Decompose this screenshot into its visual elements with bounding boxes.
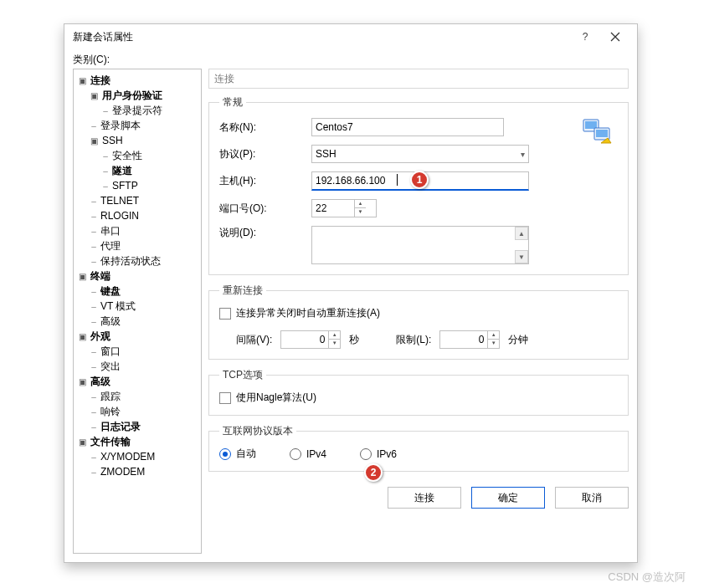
tree-ssh[interactable]: ▣SSH [89, 133, 199, 148]
cancel-button[interactable]: 取消 [555, 487, 629, 509]
leaf-icon: – [89, 227, 99, 236]
tree-xymodem[interactable]: –X/YMODEM [89, 449, 199, 464]
nagle-label: 使用Nagle算法(U) [236, 391, 316, 405]
port-spinner[interactable]: ▲ ▼ [311, 199, 377, 217]
auto-reconnect-checkbox[interactable]: 连接异常关闭时自动重新连接(A) [219, 306, 618, 320]
connect-button[interactable]: 连接 [388, 487, 461, 509]
label-desc: 说明(D): [219, 226, 311, 240]
tree-serial[interactable]: –串口 [89, 223, 199, 238]
tree-tunnel[interactable]: –隧道 [100, 163, 199, 178]
tree-advanced[interactable]: ▣高级 [77, 374, 199, 389]
help-button[interactable]: ? [570, 26, 600, 48]
leaf-icon: – [100, 166, 110, 176]
titlebar: 新建会话属性 ? [64, 24, 637, 49]
category-tree[interactable]: ▣连接 ▣用户身份验证 –登录提示符 –登录脚本 ▣SSH [73, 69, 202, 554]
window-title: 新建会话属性 [73, 30, 570, 44]
arrow-up-icon: ▲ [488, 331, 499, 340]
radio-ipv4[interactable]: IPv4 [290, 448, 326, 460]
tree-window[interactable]: –窗口 [89, 344, 199, 359]
label-interval: 间隔(V): [236, 333, 272, 347]
spinner-arrows[interactable]: ▲ ▼ [328, 331, 340, 348]
leaf-icon: – [89, 468, 99, 477]
protocol-select[interactable]: SSH ▾ [311, 145, 529, 163]
label-name: 名称(N): [219, 120, 311, 135]
collapse-icon: ▣ [77, 332, 87, 341]
arrow-down-icon: ▼ [355, 208, 366, 217]
port-input[interactable] [312, 200, 354, 217]
legend-tcp: TCP选项 [219, 368, 266, 382]
spinner-arrows[interactable]: ▲ ▼ [487, 331, 499, 348]
dialog-buttons: 2 连接 确定 取消 [208, 487, 629, 509]
tree-bell[interactable]: –响铃 [89, 404, 199, 419]
collapse-icon: ▣ [77, 76, 87, 85]
tree-advanced-term[interactable]: –高级 [89, 314, 199, 329]
interval-input[interactable] [281, 331, 328, 348]
collapse-icon: ▣ [89, 136, 99, 146]
leaf-icon: – [89, 407, 99, 417]
text-caret [397, 174, 398, 186]
tree-proxy[interactable]: –代理 [89, 238, 199, 253]
tree-login-prompt[interactable]: –登录提示符 [100, 103, 199, 118]
leaf-icon: – [89, 197, 99, 206]
tree-keyboard[interactable]: –键盘 [89, 284, 199, 299]
leaf-icon: – [89, 257, 99, 266]
tree-logging[interactable]: –日志记录 [89, 419, 199, 434]
tree-keepalive[interactable]: –保持活动状态 [89, 253, 199, 268]
tree-login-script[interactable]: –登录脚本 [89, 118, 199, 133]
tree-terminal[interactable]: ▣终端 [77, 268, 199, 284]
tree-connection[interactable]: ▣连接 [77, 73, 199, 88]
group-ipversion: 互联网协议版本 自动 IPv4 IPv6 [208, 424, 629, 472]
close-button[interactable] [600, 26, 630, 48]
tree-security[interactable]: –安全性 [100, 148, 199, 163]
scroll-up-icon[interactable]: ▲ [515, 227, 528, 240]
tree-rlogin[interactable]: –RLOGIN [89, 208, 199, 223]
scroll-down-icon[interactable]: ▼ [515, 250, 528, 263]
label-minutes: 分钟 [508, 333, 528, 347]
svg-rect-3 [596, 130, 608, 137]
tree-user-auth[interactable]: ▣用户身份验证 [89, 88, 199, 103]
tree-file-transfer[interactable]: ▣文件传输 [77, 434, 199, 449]
checkbox-icon [219, 392, 231, 404]
category-label: 类别(C): [73, 53, 629, 67]
radio-auto[interactable]: 自动 [219, 447, 256, 461]
close-icon [610, 32, 620, 42]
interval-spinner[interactable]: ▲ ▼ [280, 330, 341, 349]
tree-zmodem[interactable]: –ZMODEM [89, 464, 199, 479]
limit-input[interactable] [440, 331, 487, 348]
radio-auto-label: 自动 [236, 447, 256, 461]
tree-vt-mode[interactable]: –VT 模式 [89, 299, 199, 314]
leaf-icon: – [89, 362, 99, 371]
radio-ipv6[interactable]: IPv6 [360, 448, 397, 460]
collapse-icon: ▣ [77, 437, 87, 447]
radio-icon [360, 448, 372, 460]
checkbox-icon [219, 308, 231, 320]
session-properties-dialog: 新建会话属性 ? 类别(C): ▣连接 ▣用户身份验证 –登录 [64, 23, 638, 563]
legend-reconnect: 重新连接 [219, 284, 266, 298]
radio-icon [290, 448, 301, 460]
tree-sftp[interactable]: –SFTP [100, 178, 199, 193]
radio-ipv6-label: IPv6 [377, 448, 397, 460]
annotation-badge-1: 1 [410, 171, 429, 189]
tree-appearance[interactable]: ▣外观 [77, 329, 199, 344]
dialog-content: 类别(C): ▣连接 ▣用户身份验证 –登录提示符 –登录 [64, 49, 637, 562]
leaf-icon: – [100, 151, 110, 161]
tree-highlight[interactable]: –突出 [89, 359, 199, 374]
collapse-icon: ▣ [89, 91, 99, 100]
nagle-checkbox[interactable]: 使用Nagle算法(U) [219, 391, 618, 405]
arrow-down-icon: ▼ [329, 340, 340, 348]
ok-button[interactable]: 确定 [471, 487, 545, 509]
leaf-icon: – [89, 242, 99, 251]
label-protocol: 协议(P): [219, 147, 311, 161]
description-textarea[interactable]: ▲ ▼ [311, 226, 529, 264]
name-input[interactable] [311, 118, 504, 136]
watermark: CSDN @造次阿 [608, 570, 686, 585]
spinner-arrows[interactable]: ▲ ▼ [354, 200, 366, 217]
tree-telnet[interactable]: –TELNET [89, 193, 199, 208]
label-port: 端口号(O): [219, 202, 311, 216]
group-general: 常规 名称(N): [208, 95, 629, 275]
radio-ipv4-label: IPv4 [306, 448, 326, 460]
help-icon: ? [583, 31, 588, 43]
arrow-up-icon: ▲ [329, 331, 340, 340]
tree-trace[interactable]: –跟踪 [89, 389, 199, 404]
limit-spinner[interactable]: ▲ ▼ [439, 330, 500, 349]
